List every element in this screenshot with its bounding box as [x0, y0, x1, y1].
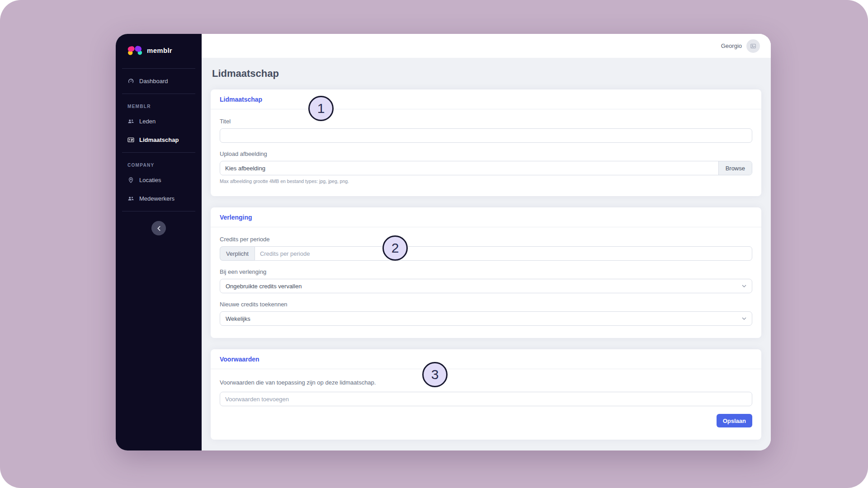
brand-name: memblr	[147, 47, 172, 54]
credits-per-periode-input[interactable]	[255, 246, 752, 261]
bij-een-verlenging-label: Bij een verlenging	[220, 268, 752, 275]
annotation-circle-2: 2	[382, 235, 408, 261]
sidebar-collapse-button[interactable]	[151, 221, 166, 235]
topbar: Georgio	[202, 34, 771, 58]
app-window: memblr Dashboard MEMBLR Leden Lidmaatsch…	[116, 34, 771, 450]
annotation-circle-3: 3	[422, 362, 448, 387]
sidebar-item-leden[interactable]: Leden	[116, 112, 202, 131]
chevron-down-icon	[742, 285, 746, 287]
sidebar-divider	[122, 152, 195, 153]
sidebar-divider	[122, 211, 195, 211]
sidebar-item-label: Lidmaatschap	[139, 136, 179, 143]
card-title-lidmaatschap: Lidmaatschap	[211, 89, 761, 109]
nieuwe-credits-value: Wekelijks	[226, 315, 250, 322]
gauge-icon	[127, 78, 134, 84]
card-title-voorwaarden: Voorwaarden	[211, 349, 761, 369]
card-voorwaarden: Voorwaarden Voorwaarden die van toepassi…	[211, 349, 761, 440]
card-verlenging: Verlenging Credits per periode Verplicht…	[211, 207, 761, 338]
brand: memblr	[116, 34, 202, 65]
avatar[interactable]	[746, 39, 760, 53]
sidebar-item-label: Dashboard	[139, 78, 168, 84]
user-name[interactable]: Georgio	[721, 42, 742, 49]
sidebar-heading-memblr: MEMBLR	[116, 97, 202, 112]
nieuwe-credits-select[interactable]: Wekelijks	[220, 311, 752, 326]
titel-input[interactable]	[220, 128, 752, 143]
sidebar-item-medewerkers[interactable]: Medewerkers	[116, 189, 202, 208]
sidebar-item-label: Leden	[139, 118, 156, 125]
bij-een-verlenging-select[interactable]: Ongebruikte credits vervallen	[220, 279, 752, 293]
verplicht-addon: Verplicht	[220, 246, 255, 261]
sidebar-item-lidmaatschap[interactable]: Lidmaatschap	[116, 131, 202, 149]
sidebar-item-locaties[interactable]: Locaties	[116, 171, 202, 189]
sidebar-heading-company: COMPANY	[116, 156, 202, 171]
chevron-left-icon	[157, 226, 160, 231]
users-icon	[127, 195, 134, 202]
sidebar-divider	[122, 68, 195, 69]
card-title-verlenging: Verlenging	[211, 207, 761, 227]
voorwaarden-description: Voorwaarden die van toepassing zijn op d…	[220, 379, 752, 386]
content: Lidmaatschap Lidmaatschap Titel Upload a…	[202, 58, 771, 450]
annotation-circle-1: 1	[308, 96, 334, 121]
nieuwe-credits-label: Nieuwe credits toekennen	[220, 301, 752, 308]
card-lidmaatschap: Lidmaatschap Titel Upload afbeelding Kie…	[211, 89, 761, 196]
chevron-down-icon	[742, 317, 746, 320]
file-upload-text: Kies afbeelding	[220, 161, 718, 175]
bij-een-verlenging-value: Ongebruikte credits vervallen	[226, 283, 302, 290]
photo-placeholder-icon	[750, 42, 757, 50]
voorwaarden-input[interactable]	[220, 392, 752, 406]
id-card-icon	[127, 136, 134, 143]
memblr-logo-icon	[127, 45, 143, 56]
titel-label: Titel	[220, 118, 752, 125]
credits-per-periode-label: Credits per periode	[220, 236, 752, 243]
map-pin-icon	[127, 177, 134, 183]
page-title: Lidmaatschap	[212, 68, 761, 80]
sidebar-item-dashboard[interactable]: Dashboard	[116, 72, 202, 90]
sidebar-divider	[122, 94, 195, 94]
upload-helper-text: Max afbeelding grootte 4MB en bestand ty…	[220, 178, 752, 184]
main-area: Georgio Lidmaatschap Lidmaatschap Titel	[202, 34, 771, 450]
file-upload-input[interactable]: Kies afbeelding Browse	[220, 161, 752, 175]
save-button[interactable]: Opslaan	[717, 414, 752, 427]
sidebar-item-label: Medewerkers	[139, 195, 175, 202]
sidebar: memblr Dashboard MEMBLR Leden Lidmaatsch…	[116, 34, 202, 450]
sidebar-item-label: Locaties	[139, 177, 161, 183]
upload-afbeelding-label: Upload afbeelding	[220, 150, 752, 157]
users-icon	[127, 118, 134, 125]
browse-button[interactable]: Browse	[718, 161, 752, 175]
